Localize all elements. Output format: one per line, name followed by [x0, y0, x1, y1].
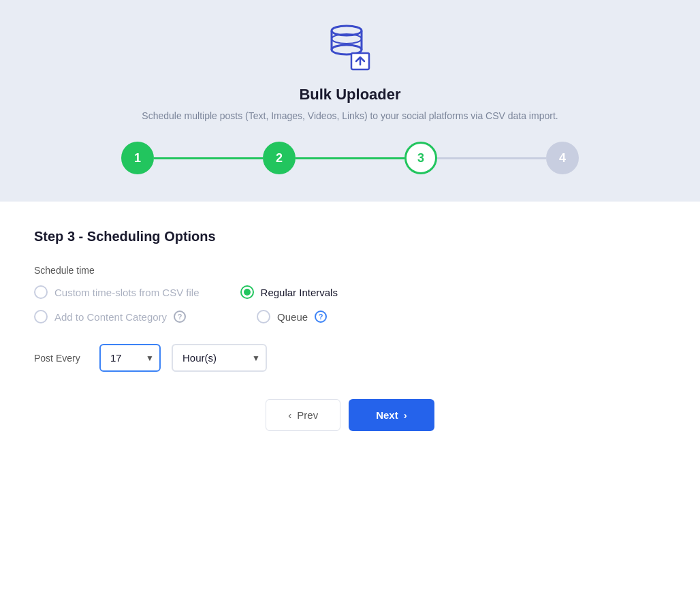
interval-value-select[interactable]: 17 1 2 3 6 12 24	[99, 344, 161, 372]
interval-value-wrapper: 17 1 2 3 6 12 24 ▼	[99, 344, 161, 372]
stepper: 1 2 3 4	[121, 142, 579, 174]
next-chevron-icon: ›	[404, 409, 407, 421]
radio-group: Custom time-slots from CSV file Regular …	[34, 285, 666, 323]
option-content-category[interactable]: Add to Content Category ?	[34, 310, 186, 323]
next-button[interactable]: Next ›	[349, 399, 434, 431]
content-category-help-icon[interactable]: ?	[174, 311, 186, 323]
nav-buttons: ‹ Prev Next ›	[34, 399, 666, 431]
connector-2	[296, 157, 404, 159]
bulk-uploader-icon	[323, 20, 377, 75]
prev-chevron-icon: ‹	[288, 409, 291, 421]
connector-3	[437, 157, 546, 159]
step-3: 3	[404, 142, 437, 174]
option-regular-intervals[interactable]: Regular Intervals	[240, 285, 338, 299]
interval-unit-wrapper: Minute(s) Hour(s) Day(s) Week(s) ▼	[172, 344, 267, 372]
post-every-section: Post Every 17 1 2 3 6 12 24 ▼ Minute(s) …	[34, 344, 666, 372]
prev-button[interactable]: ‹ Prev	[266, 399, 340, 431]
step-4: 4	[546, 142, 579, 174]
regular-intervals-label: Regular Intervals	[261, 287, 338, 298]
queue-label: Queue	[277, 311, 308, 323]
schedule-time-label: Schedule time	[34, 265, 666, 276]
radio-content-category[interactable]	[34, 310, 48, 323]
radio-regular-intervals[interactable]	[240, 285, 254, 299]
option-custom-csv[interactable]: Custom time-slots from CSV file	[34, 285, 200, 299]
post-every-label: Post Every	[34, 353, 89, 364]
page-title: Bulk Uploader	[299, 86, 400, 104]
option-queue[interactable]: Queue ?	[257, 310, 327, 323]
interval-unit-select[interactable]: Minute(s) Hour(s) Day(s) Week(s)	[172, 344, 267, 372]
next-label: Next	[376, 409, 398, 421]
header-section: Bulk Uploader Schedule multiple posts (T…	[0, 0, 700, 202]
radio-row-1: Custom time-slots from CSV file Regular …	[34, 285, 666, 299]
radio-queue[interactable]	[257, 310, 270, 323]
content-category-label: Add to Content Category	[54, 311, 167, 323]
custom-csv-label: Custom time-slots from CSV file	[54, 287, 200, 298]
radio-custom-csv[interactable]	[34, 285, 48, 299]
connector-1	[154, 157, 263, 159]
main-content: Step 3 - Scheduling Options Schedule tim…	[0, 202, 700, 604]
step-1: 1	[121, 142, 154, 174]
queue-help-icon[interactable]: ?	[315, 311, 327, 323]
step-title: Step 3 - Scheduling Options	[34, 229, 666, 244]
step-2: 2	[263, 142, 296, 174]
radio-row-2: Add to Content Category ? Queue ?	[34, 310, 666, 323]
prev-label: Prev	[297, 409, 318, 421]
schedule-time-section: Schedule time Custom time-slots from CSV…	[34, 265, 666, 323]
page-subtitle: Schedule multiple posts (Text, Images, V…	[142, 110, 558, 121]
